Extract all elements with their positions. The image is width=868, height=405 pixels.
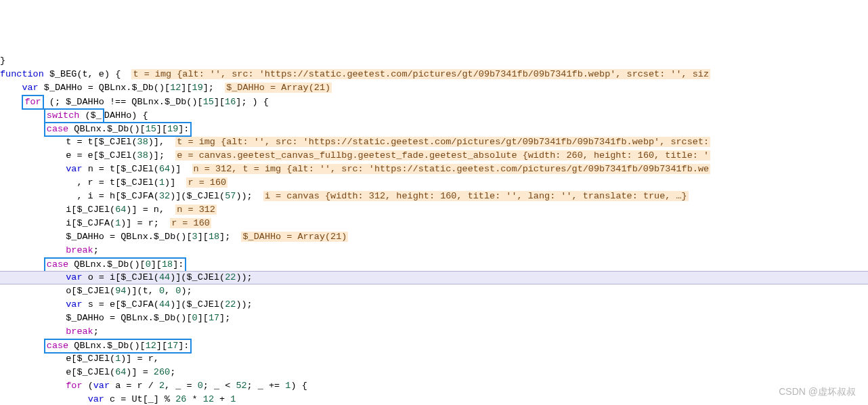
code-token: c = Ut[_] % xyxy=(104,394,175,404)
code-token: 38 xyxy=(137,137,148,147)
code-token: ][ xyxy=(156,124,167,134)
code-token: 64 xyxy=(159,164,170,174)
code-token: 0 xyxy=(159,286,165,296)
code-line[interactable]: break; xyxy=(0,244,868,257)
code-token: case xyxy=(47,124,68,134)
code-line[interactable]: , r = t[$_CJEl(1)] r = 160 xyxy=(0,176,868,190)
code-token: a = r / xyxy=(110,381,159,391)
code-token: )]($_CJEl( xyxy=(170,191,225,201)
code-line[interactable]: for (var a = r / 2, _ = 0; _ < 52; _ += … xyxy=(0,379,868,393)
code-token: )); xyxy=(236,299,252,310)
code-editor[interactable]: }function $_BEG(t, e) { t = img {alt: ''… xyxy=(0,54,868,405)
code-line[interactable]: var c = Ut[_] % 26 * 12 + 1 xyxy=(0,393,868,405)
code-token: case xyxy=(47,341,68,351)
code-token: ; xyxy=(93,245,99,255)
code-token: 38 xyxy=(137,150,148,161)
code-line[interactable]: } xyxy=(0,54,868,68)
code-token: ($_ xyxy=(79,110,101,121)
code-line[interactable]: var $_DAHHo = QBLnx.$_Db()[12][19]; $_DA… xyxy=(0,81,868,95)
code-token: 44 xyxy=(159,272,170,282)
code-token: 15 xyxy=(203,97,214,107)
code-line[interactable]: e[$_CJEl(1)] = r, xyxy=(0,352,868,366)
code-line[interactable]: break; xyxy=(0,325,868,339)
code-line[interactable]: case QBLnx.$_Db()[12][17]: xyxy=(0,339,868,352)
code-token: ; xyxy=(93,326,99,337)
code-token: ]: xyxy=(178,124,189,134)
code-token: , _ = xyxy=(165,381,198,391)
code-token: n = t[$_CJEl( xyxy=(83,164,159,174)
code-token: 44 xyxy=(159,299,170,310)
code-token: ][ xyxy=(151,259,162,270)
code-token: $_DAHHo = QBLnx.$_Db()[ xyxy=(66,232,192,242)
code-token: ; _ < xyxy=(203,381,236,391)
code-token: )](t, xyxy=(126,286,159,296)
code-line[interactable]: case QBLnx.$_Db()[15][19]: xyxy=(0,122,868,135)
code-token: 1 xyxy=(159,177,165,188)
inline-hint: i = canvas {width: 312, height: 160, tit… xyxy=(263,191,689,201)
code-token: 1 xyxy=(230,394,236,404)
code-token: for xyxy=(24,97,41,107)
code-token: ][ xyxy=(198,232,209,242)
code-token: 12 xyxy=(146,341,156,351)
code-token: 32 xyxy=(159,191,170,201)
code-token: i[$_CJFA( xyxy=(66,218,115,228)
code-line[interactable]: i[$_CJFA(1)] = r; r = 160 xyxy=(0,217,868,230)
code-line[interactable]: $_DAHHo = QBLnx.$_Db()[0][17]; xyxy=(0,312,868,325)
code-line[interactable]: for (; $_DAHHo !== QBLnx.$_Db()[15][16];… xyxy=(0,95,868,108)
code-token: 17 xyxy=(209,313,219,323)
code-line[interactable]: t = t[$_CJEl(38)], t = img {alt: '', src… xyxy=(0,135,868,149)
code-token: 64 xyxy=(115,205,126,215)
code-token: var xyxy=(93,381,110,391)
code-line[interactable]: i[$_CJEl(64)] = n, n = 312 xyxy=(0,203,868,217)
code-token: ) { xyxy=(290,381,307,391)
code-token: ][ xyxy=(214,97,225,107)
code-token: 18 xyxy=(162,259,173,270)
code-token: e[$_CJEl( xyxy=(66,354,115,364)
code-token: ][ xyxy=(181,83,192,93)
code-token: var xyxy=(22,83,38,93)
code-token: 12 xyxy=(170,83,181,93)
code-token: 52 xyxy=(236,381,246,391)
highlight-box: case QBLnx.$_Db()[15][19]: xyxy=(44,122,192,137)
code-line[interactable]: e[$_CJEl(64)] = 260; xyxy=(0,366,868,379)
code-token: break xyxy=(66,245,93,255)
code-line[interactable]: , i = h[$_CJFA(32)]($_CJEl(57)); i = can… xyxy=(0,190,868,203)
code-token: , r = t[$_CJEl( xyxy=(77,177,159,188)
code-token: ][ xyxy=(156,341,167,351)
code-token: )] = r, xyxy=(121,354,159,364)
code-token: o[$_CJEl( xyxy=(66,286,115,296)
code-token: $_DAHHo = QBLnx.$_Db()[ xyxy=(66,313,192,323)
code-line[interactable]: case QBLnx.$_Db()[0][18]: xyxy=(0,257,868,271)
code-token: )] = r; xyxy=(121,218,170,228)
code-token: 15 xyxy=(146,124,156,134)
code-token: 57 xyxy=(225,191,236,201)
code-token: )]($_CJEl( xyxy=(170,299,225,310)
code-token: t = t[$_CJEl( xyxy=(66,137,137,147)
code-token: )] xyxy=(165,177,186,188)
highlight-box: for xyxy=(22,95,43,110)
code-token: s = e[$_CJFA( xyxy=(83,299,159,310)
code-token: 26 xyxy=(175,394,186,404)
code-line[interactable]: var o = i[$_CJEl(44)]($_CJEl(22)); xyxy=(0,271,868,284)
code-token: ; xyxy=(170,367,175,377)
code-token: break xyxy=(66,326,93,337)
code-token: * xyxy=(186,394,202,404)
code-token: o = i[$_CJEl( xyxy=(83,272,159,282)
highlight-box: switch ($_ xyxy=(44,108,104,123)
code-token: ]: xyxy=(173,259,183,270)
code-token: 64 xyxy=(115,367,126,377)
code-token: } xyxy=(0,56,5,66)
code-line[interactable]: var n = t[$_CJEl(64)] n = 312, t = img {… xyxy=(0,163,868,176)
code-line[interactable]: function $_BEG(t, e) { t = img {alt: '',… xyxy=(0,68,868,81)
code-line[interactable]: $_DAHHo = QBLnx.$_Db()[3][18]; $_DAHHo =… xyxy=(0,230,868,244)
code-token: )] xyxy=(170,164,192,174)
code-line[interactable]: switch ($_DAHHo) { xyxy=(0,108,868,122)
code-token: ]: xyxy=(178,341,189,351)
code-line[interactable]: var s = e[$_CJFA(44)]($_CJEl(22)); xyxy=(0,298,868,312)
code-line[interactable]: e = e[$_CJEl(38)]; e = canvas.geetest_ca… xyxy=(0,149,868,163)
code-line[interactable]: o[$_CJEl(94)](t, 0, 0); xyxy=(0,284,868,298)
code-token: ( xyxy=(83,381,93,391)
code-token: var xyxy=(66,272,82,282)
code-token: ][ xyxy=(198,313,209,323)
code-token: var xyxy=(88,394,104,404)
